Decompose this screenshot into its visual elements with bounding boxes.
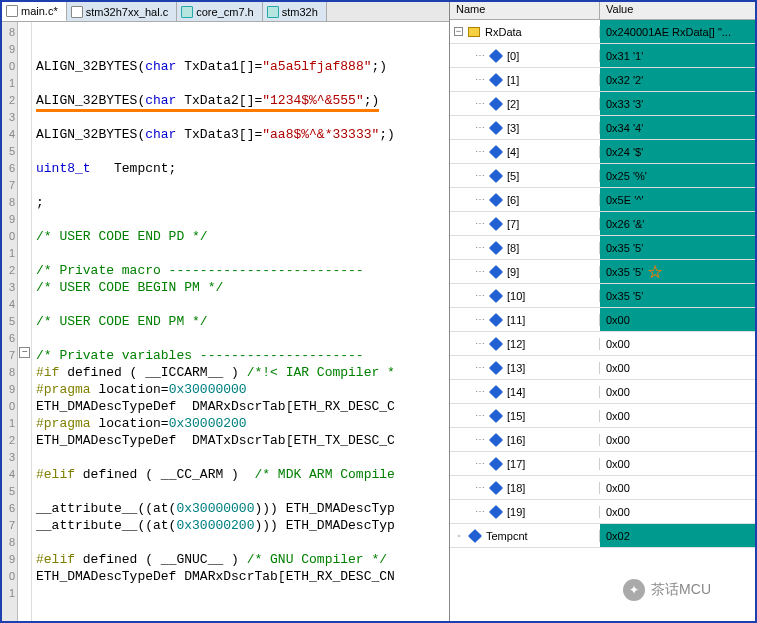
var-index: [5] xyxy=(507,170,519,182)
element-icon xyxy=(468,528,482,542)
tree-line-icon: ⋯ xyxy=(475,74,485,85)
watermark: ✦ 茶话MCU xyxy=(619,577,715,603)
watch-item-row[interactable]: ⋯[1]0x32 '2' xyxy=(450,68,755,92)
var-index: [13] xyxy=(507,362,525,374)
var-value: 0x35 '5' xyxy=(600,236,755,259)
element-icon xyxy=(489,240,503,254)
editor-tab[interactable]: stm32h xyxy=(263,2,327,21)
watch-item-row[interactable]: ⋯[8]0x35 '5' xyxy=(450,236,755,260)
var-value: 0x00 xyxy=(600,356,755,379)
watch-item-row[interactable]: ⋯[11]0x00 xyxy=(450,308,755,332)
element-icon xyxy=(489,72,503,86)
var-value: 0x00 xyxy=(600,332,755,355)
var-index: [10] xyxy=(507,290,525,302)
code-tok: char xyxy=(145,93,176,108)
watch-item-row[interactable]: ⋯[19]0x00 xyxy=(450,500,755,524)
tab-label: core_cm7.h xyxy=(196,6,253,18)
element-icon xyxy=(489,336,503,350)
editor-pane: main.c*stm32h7xx_hal.ccore_cm7.hstm32h 8… xyxy=(2,2,450,621)
watch-item-row[interactable]: ⋯[2]0x33 '3' xyxy=(450,92,755,116)
tree-line-icon: ⋯ xyxy=(475,410,485,421)
var-value: 0x00 xyxy=(600,308,755,331)
watch-item-row[interactable]: ⋯[10]0x35 '5' xyxy=(450,284,755,308)
watch-root-row[interactable]: − RxData 0x240001AE RxData[] "... xyxy=(450,20,755,44)
watch-item-row[interactable]: ⋯[0]0x31 '1' xyxy=(450,44,755,68)
tree-line-icon: ⋯ xyxy=(475,386,485,397)
code-line: /* Private variables -------------------… xyxy=(36,348,364,363)
var-index: [18] xyxy=(507,482,525,494)
watch-item-row[interactable]: ⋯[14]0x00 xyxy=(450,380,755,404)
watermark-text: 茶话MCU xyxy=(651,581,711,599)
watch-item-row[interactable]: ⋯[16]0x00 xyxy=(450,428,755,452)
var-index: [4] xyxy=(507,146,519,158)
file-icon xyxy=(6,5,18,17)
watch-header: Name Value xyxy=(450,2,755,20)
var-index: [3] xyxy=(507,122,519,134)
element-icon xyxy=(489,384,503,398)
code-text[interactable]: ALIGN_32BYTES(char TxData1[]="a5a5lfjaf8… xyxy=(32,22,449,621)
code-area: 8 9 0 1 2 3 4 5 6 7 8 9 0 1 2 3 4 5 6 7 … xyxy=(2,22,449,621)
struct-icon xyxy=(468,27,480,37)
var-index: [2] xyxy=(507,98,519,110)
tree-line-icon: ⋯ xyxy=(475,290,485,301)
code-line: ETH_DMADescTypeDef DMARxDscrTab[ETH_RX_D… xyxy=(36,569,395,584)
var-index: [15] xyxy=(507,410,525,422)
code-tok: location= xyxy=(91,416,169,431)
element-icon xyxy=(489,360,503,374)
code-tok: "aa8$%^&*33333" xyxy=(262,127,379,142)
editor-tab[interactable]: core_cm7.h xyxy=(177,2,262,21)
var-value: 0x240001AE RxData[] "... xyxy=(600,20,755,43)
watch-item-row[interactable]: ⋯[15]0x00 xyxy=(450,404,755,428)
code-tok: defined ( __CC_ARM ) xyxy=(75,467,254,482)
code-tok: ))) ETH_DMADescTyp xyxy=(254,518,394,533)
code-tok: ALIGN_32BYTES( xyxy=(36,59,145,74)
code-tok: #elif xyxy=(36,467,75,482)
code-tok: TxData3[]= xyxy=(176,127,262,142)
code-tok: /* GNU Compiler */ xyxy=(247,552,387,567)
bullet-icon: ◦ xyxy=(454,530,464,541)
col-header-name[interactable]: Name xyxy=(450,2,600,19)
tree-line-icon: ⋯ xyxy=(475,122,485,133)
code-line: ETH_DMADescTypeDef DMATxDscrTab[ETH_TX_D… xyxy=(36,433,395,448)
watch-item-row[interactable]: ⋯[3]0x34 '4' xyxy=(450,116,755,140)
var-index: [16] xyxy=(507,434,525,446)
element-icon xyxy=(489,120,503,134)
var-name: RxData xyxy=(485,26,522,38)
tab-label: main.c* xyxy=(21,5,58,17)
watch-item-row[interactable]: ⋯[17]0x00 xyxy=(450,452,755,476)
tree-line-icon: ⋯ xyxy=(475,266,485,277)
var-index: [14] xyxy=(507,386,525,398)
watch-item-row[interactable]: ⋯[12]0x00 xyxy=(450,332,755,356)
fold-toggle-icon[interactable]: − xyxy=(19,347,30,358)
code-tok: ;) xyxy=(379,127,395,142)
element-icon xyxy=(489,432,503,446)
tree-line-icon: ⋯ xyxy=(475,218,485,229)
tree-line-icon: ⋯ xyxy=(475,194,485,205)
editor-tab[interactable]: stm32h7xx_hal.c xyxy=(67,2,178,21)
watch-item-row[interactable]: ⋯[9]0x35 '5'☆ xyxy=(450,260,755,284)
code-tok: defined ( __GNUC__ ) xyxy=(75,552,247,567)
code-tok: Tempcnt; xyxy=(91,161,177,176)
watch-item-row[interactable]: ⋯[5]0x25 '%' xyxy=(450,164,755,188)
watch-item-row[interactable]: ⋯[13]0x00 xyxy=(450,356,755,380)
watch-item-row[interactable]: ⋯[7]0x26 '&' xyxy=(450,212,755,236)
tree-line-icon: ⋯ xyxy=(475,482,485,493)
collapse-icon[interactable]: − xyxy=(454,27,463,36)
watch-var-row[interactable]: ◦Tempcnt0x02 xyxy=(450,524,755,548)
code-tok: char xyxy=(145,127,176,142)
var-index: [19] xyxy=(507,506,525,518)
fold-column: − xyxy=(18,22,32,621)
col-header-value[interactable]: Value xyxy=(600,2,755,19)
editor-tab[interactable]: main.c* xyxy=(2,2,67,21)
var-value: 0x02 xyxy=(600,524,755,547)
code-tok: TxData2[]= xyxy=(176,93,262,108)
var-value: 0x00 xyxy=(600,500,755,523)
code-tok: char xyxy=(145,59,176,74)
watch-item-row[interactable]: ⋯[6]0x5E '^' xyxy=(450,188,755,212)
watch-item-row[interactable]: ⋯[18]0x00 xyxy=(450,476,755,500)
tree-line-icon: ⋯ xyxy=(475,50,485,61)
watch-item-row[interactable]: ⋯[4]0x24 '$' xyxy=(450,140,755,164)
tab-label: stm32h xyxy=(282,6,318,18)
code-line: ETH_DMADescTypeDef DMARxDscrTab[ETH_RX_D… xyxy=(36,399,395,414)
code-tok: __attribute__((at( xyxy=(36,501,176,516)
